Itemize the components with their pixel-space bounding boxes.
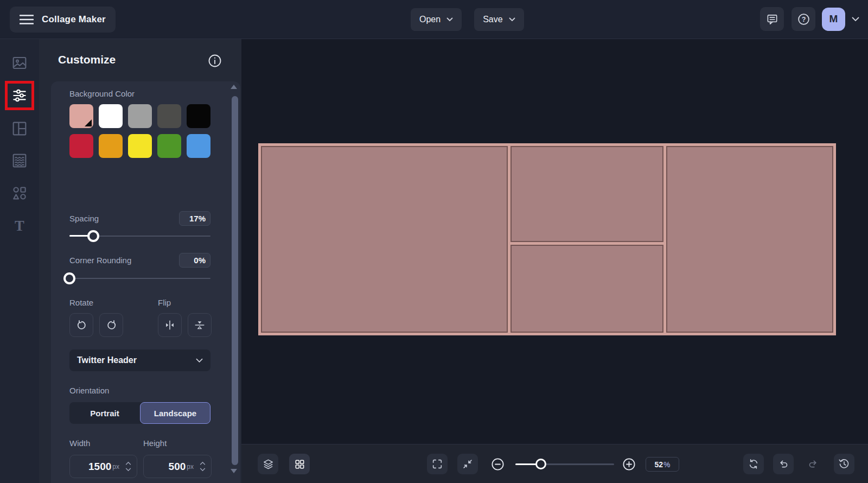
save-button[interactable]: Save [474,8,524,31]
background-color-label: Background Color [69,89,135,98]
layers-icon [262,458,275,471]
history-button[interactable] [834,454,854,474]
corner-rounding-value[interactable]: 0% [179,253,210,268]
zoom-level-number: 52 [654,460,663,469]
help-icon: ? [797,12,810,26]
width-unit: px [112,463,119,471]
zoom-out-icon [490,457,505,472]
height-increment-button[interactable] [200,461,206,465]
panel-scrollbar[interactable] [232,96,238,465]
color-swatch[interactable] [187,104,210,128]
orientation-portrait-button[interactable]: Portrait [69,402,140,424]
undo-button[interactable] [773,454,794,474]
corner-rounding-slider-thumb[interactable] [63,272,75,284]
color-swatch[interactable] [157,104,181,128]
redo-button[interactable] [803,454,824,474]
top-bar: Collage Maker Open Save ? [0,0,868,39]
file-actions: Open Save [411,8,524,31]
color-swatch[interactable] [187,134,210,158]
history-icon [838,458,850,470]
reset-button[interactable] [743,454,764,474]
corner-rounding-slider[interactable] [69,272,210,284]
sidebar-item-text[interactable]: T [8,214,31,238]
fullscreen-button[interactable] [427,454,448,474]
info-button[interactable] [207,53,222,68]
flip-horizontal-icon [164,319,176,331]
spacing-value[interactable]: 17% [179,211,210,226]
height-stepper: 500px [143,455,212,478]
layers-button[interactable] [258,454,278,474]
size-preset-value: Twitter Header [77,355,137,365]
orientation-landscape-button[interactable]: Landscape [140,402,210,424]
account-menu-chevron[interactable] [852,17,859,22]
zoom-slider[interactable] [515,458,614,470]
sidebar-item-customize[interactable] [8,84,31,107]
sidebar-item-graphics[interactable] [8,181,31,205]
color-swatch[interactable] [128,134,152,158]
color-swatch[interactable] [128,104,152,128]
collage-cell-middle-top[interactable] [510,146,663,242]
redo-icon [807,458,819,470]
scroll-down-arrow[interactable] [231,469,237,473]
collage-cell-left[interactable] [261,146,508,333]
width-increment-button[interactable] [125,461,131,465]
svg-text:T: T [15,218,24,234]
sidebar-item-photos[interactable] [8,51,31,75]
open-button[interactable]: Open [411,8,462,31]
avatar-initial: M [829,13,838,25]
corner-rounding-label: Corner Rounding [69,256,131,265]
collage[interactable] [258,143,836,335]
customize-panel: Customize Background Color Spacing 17% C… [39,39,241,483]
height-decrement-button[interactable] [200,468,206,472]
rotate-ccw-button[interactable] [69,313,93,337]
zoom-in-button[interactable] [621,456,636,472]
rotate-cw-icon [105,319,118,332]
canvas-toolbar: 52% [241,444,868,483]
canvas-workspace: 52% [241,39,868,483]
width-input[interactable]: 1500 [70,461,111,473]
flip-horizontal-button[interactable] [158,313,182,337]
rotate-cw-button[interactable] [99,313,123,337]
zoom-out-button[interactable] [490,456,505,472]
orientation-label: Orientation [69,386,109,395]
collage-cell-middle-bottom[interactable] [510,245,663,333]
grid-view-button[interactable] [289,454,310,474]
spacing-slider[interactable] [69,230,210,242]
scroll-up-arrow[interactable] [231,85,237,89]
text-icon: T [11,217,28,234]
color-swatch[interactable] [99,104,123,128]
orientation-toggle: Portrait Landscape [69,402,210,424]
help-button[interactable]: ? [792,7,815,31]
comment-icon [766,13,778,26]
fullscreen-icon [431,458,443,470]
color-swatch[interactable] [99,134,123,158]
grid-view-icon [294,459,305,470]
collage-cell-right[interactable] [666,146,833,333]
color-swatch[interactable] [157,134,181,158]
info-icon [207,53,222,68]
chevron-down-icon [446,17,453,22]
height-input[interactable]: 500 [144,461,186,473]
size-preset-dropdown[interactable]: Twitter Header [69,349,210,371]
chevron-down-icon [509,17,515,22]
spacing-slider-thumb[interactable] [87,230,99,242]
customize-icon [11,87,28,104]
feedback-button[interactable] [760,7,784,31]
main-menu-button[interactable]: Collage Maker [10,7,116,33]
open-button-label: Open [419,15,441,24]
user-avatar[interactable]: M [822,8,845,31]
sidebar-item-layouts[interactable] [8,117,31,141]
patterns-icon [11,152,28,169]
flip-vertical-button[interactable] [188,313,212,337]
width-decrement-button[interactable] [125,468,131,472]
sidebar-item-patterns[interactable] [8,149,31,173]
layouts-icon [11,120,28,137]
fit-screen-button[interactable] [457,454,478,474]
hamburger-icon [20,14,34,25]
account-area: ? M [760,7,859,31]
zoom-level-display[interactable]: 52% [646,457,679,472]
flip-label: Flip [158,298,171,307]
color-swatch[interactable] [69,104,93,128]
color-swatch[interactable] [69,134,93,158]
zoom-slider-thumb[interactable] [535,459,546,469]
